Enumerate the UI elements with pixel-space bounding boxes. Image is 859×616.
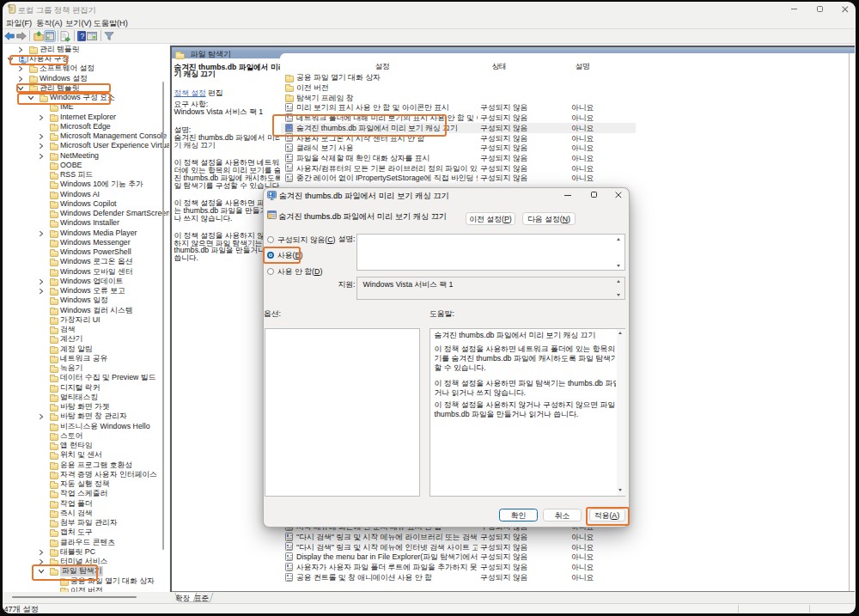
svg-text:?: ?: [80, 32, 84, 40]
